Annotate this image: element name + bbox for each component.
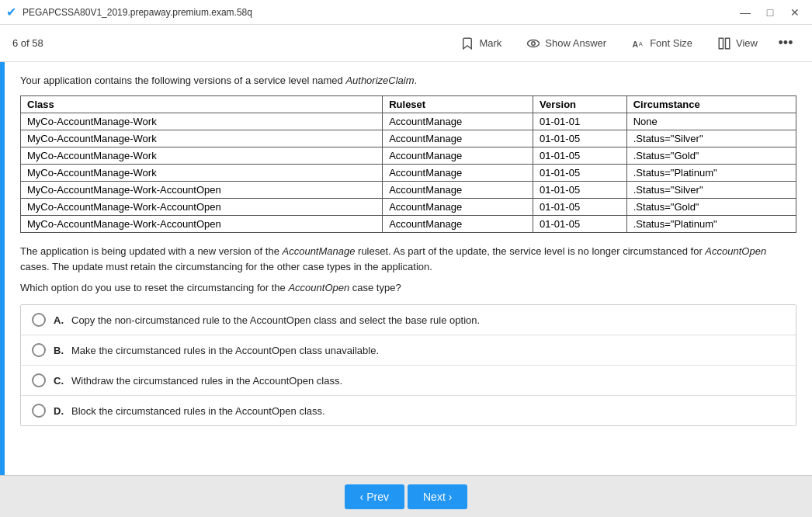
option-row[interactable]: A.Copy the non-circumstanced rule to the… (21, 305, 796, 335)
table-cell: MyCo-AccountManage-Work-AccountOpen (21, 216, 383, 233)
table-row: MyCo-AccountManage-WorkAccountManage01-0… (21, 113, 796, 130)
options-container: A.Copy the non-circumstanced rule to the… (20, 304, 796, 426)
data-table: Class Ruleset Version Circumstance MyCo-… (20, 95, 796, 233)
col-circumstance: Circumstance (626, 96, 796, 113)
prev-chevron-icon: ‹ (360, 491, 364, 503)
option-radio (32, 373, 46, 387)
table-cell: .Status="Gold" (626, 199, 796, 216)
svg-rect-4 (719, 38, 723, 49)
table-cell: AccountManage (383, 216, 533, 233)
table-row: MyCo-AccountManage-WorkAccountManage01-0… (21, 147, 796, 165)
table-cell: AccountManage (383, 165, 533, 182)
view-button[interactable]: View (706, 32, 769, 55)
table-cell: 01-01-05 (533, 216, 627, 233)
table-cell: AccountManage (383, 147, 533, 165)
option-text: Withdraw the circumstanced rules in the … (71, 375, 342, 387)
table-cell: MyCo-AccountManage-Work-AccountOpen (21, 182, 383, 199)
table-cell: 01-01-01 (533, 113, 627, 130)
table-cell: AccountManage (383, 182, 533, 199)
option-radio (32, 404, 46, 418)
mark-label: Mark (479, 37, 501, 49)
table-cell: .Status="Platinum" (626, 216, 796, 233)
option-radio (32, 313, 46, 327)
table-cell: 01-01-05 (533, 130, 627, 147)
content-area: Your application contains the following … (5, 62, 812, 475)
next-button[interactable]: Next › (408, 484, 467, 509)
option-row[interactable]: C.Withdraw the circumstanced rules in th… (21, 366, 796, 396)
eye-icon (526, 36, 540, 50)
table-cell: 01-01-05 (533, 199, 627, 216)
option-letter: B. (54, 345, 64, 356)
prev-label: Prev (366, 491, 389, 503)
font-size-label: Font Size (650, 37, 692, 49)
main-container: Your application contains the following … (0, 62, 812, 475)
table-row: MyCo-AccountManage-WorkAccountManage01-0… (21, 165, 796, 182)
table-cell: AccountManage (383, 130, 533, 147)
table-cell: MyCo-AccountManage-Work-AccountOpen (21, 199, 383, 216)
table-cell: .Status="Silver" (626, 130, 796, 147)
mark-button[interactable]: Mark (449, 32, 512, 55)
svg-text:A: A (633, 39, 639, 48)
table-cell: .Status="Platinum" (626, 165, 796, 182)
minimize-button[interactable]: — (734, 2, 756, 23)
table-cell: 01-01-05 (533, 182, 627, 199)
table-cell: AccountManage (383, 199, 533, 216)
svg-text:A: A (639, 40, 643, 47)
next-chevron-icon: › (449, 491, 453, 503)
next-label: Next (423, 491, 446, 503)
bottom-nav: ‹ Prev Next › (0, 475, 812, 517)
question-intro: Your application contains the following … (20, 75, 796, 86)
svg-rect-5 (726, 38, 730, 49)
table-cell: .Status="Silver" (626, 182, 796, 199)
table-cell: MyCo-AccountManage-Work (21, 113, 383, 130)
more-button[interactable]: ••• (772, 29, 800, 57)
question-ask: Which option do you use to reset the cir… (20, 282, 796, 293)
app-icon: ✔ (6, 5, 16, 19)
table-cell: None (626, 113, 796, 130)
window-controls: — □ ✕ (734, 2, 806, 23)
table-row: MyCo-AccountManage-Work-AccountOpenAccou… (21, 199, 796, 216)
table-cell: MyCo-AccountManage-Work (21, 130, 383, 147)
font-size-button[interactable]: A A Font Size (620, 32, 703, 55)
option-text: Make the circumstanced rules in the Acco… (71, 345, 379, 356)
question-counter: 6 of 58 (12, 37, 43, 49)
view-label: View (736, 37, 758, 49)
show-answer-label: Show Answer (545, 37, 606, 49)
table-row: MyCo-AccountManage-Work-AccountOpenAccou… (21, 182, 796, 199)
table-cell: MyCo-AccountManage-Work (21, 147, 383, 165)
toolbar: 6 of 58 Mark Show Answer A A Font Size V… (0, 25, 812, 62)
bookmark-icon (460, 36, 474, 50)
table-cell: .Status="Gold" (626, 147, 796, 165)
window-title: PEGAPCSSA80V1_2019.prepaway.premium.exam… (23, 7, 728, 18)
svg-point-0 (528, 40, 540, 47)
svg-point-1 (532, 41, 536, 45)
option-letter: C. (54, 375, 64, 387)
close-button[interactable]: ✕ (784, 2, 806, 23)
option-row[interactable]: B.Make the circumstanced rules in the Ac… (21, 335, 796, 366)
option-letter: A. (54, 314, 64, 326)
option-row[interactable]: D.Block the circumstanced rules in the A… (21, 396, 796, 425)
maximize-button[interactable]: □ (759, 2, 781, 23)
question-body: The application is being updated with a … (20, 244, 796, 274)
show-answer-button[interactable]: Show Answer (515, 32, 617, 55)
table-cell: MyCo-AccountManage-Work (21, 165, 383, 182)
col-version: Version (533, 96, 627, 113)
table-row: MyCo-AccountManage-Work-AccountOpenAccou… (21, 216, 796, 233)
title-bar: ✔ PEGAPCSSA80V1_2019.prepaway.premium.ex… (0, 0, 812, 25)
option-letter: D. (54, 405, 64, 417)
view-icon (717, 36, 731, 50)
table-row: MyCo-AccountManage-WorkAccountManage01-0… (21, 130, 796, 147)
table-cell: 01-01-05 (533, 147, 627, 165)
col-ruleset: Ruleset (383, 96, 533, 113)
option-radio (32, 343, 46, 357)
table-cell: AccountManage (383, 113, 533, 130)
prev-button[interactable]: ‹ Prev (345, 484, 404, 509)
font-size-icon: A A (631, 36, 645, 50)
col-class: Class (21, 96, 383, 113)
table-cell: 01-01-05 (533, 165, 627, 182)
option-text: Block the circumstanced rules in the Acc… (71, 405, 325, 417)
option-text: Copy the non-circumstanced rule to the A… (71, 314, 480, 326)
